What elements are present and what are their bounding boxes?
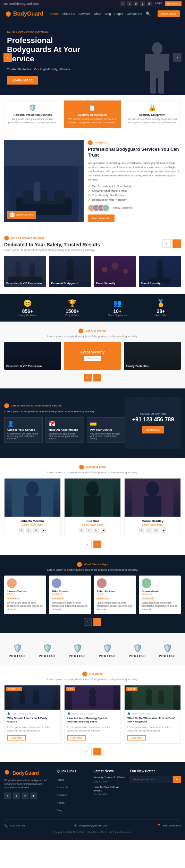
google-plus-icon[interactable]: g	[140, 1, 145, 6]
elite-nav-arrows: ‹ ›	[162, 239, 181, 248]
service-card-desc-1: We provide close protection, executive p…	[7, 117, 58, 124]
team-card-2: Luis Dias Lorem Ipsum Dolor f t in ▶	[64, 478, 121, 536]
elite-prev-arrow[interactable]: ‹	[162, 239, 171, 248]
top-email: support@bodyguard.com	[3, 2, 39, 6]
footer-link-home[interactable]: Home	[57, 778, 64, 781]
team-fb-2[interactable]: f	[79, 528, 84, 533]
blog-author-2: Admin	[72, 712, 78, 715]
footer-yt-icon[interactable]: ▶	[30, 792, 37, 799]
service-item-4[interactable]: Travel Security	[139, 256, 181, 287]
footer-link-about[interactable]: About Us	[57, 786, 68, 789]
svg-point-16	[30, 263, 35, 270]
service-item-2[interactable]: Personal Bodyguard	[49, 256, 91, 287]
instagram-icon[interactable]: in	[134, 1, 138, 6]
test-name-3: Peter Jackson	[97, 590, 133, 593]
about-icon-dot	[88, 140, 93, 145]
hero-prev-button[interactable]: ‹	[3, 53, 12, 62]
team-social-3: f t in ▶	[127, 528, 178, 533]
test-name-1: James Charles	[7, 590, 43, 593]
team-tw-1[interactable]: t	[26, 528, 32, 533]
project-item-1[interactable]: Executive & VIP Protection	[4, 342, 61, 370]
nav-services[interactable]: Services	[78, 12, 91, 16]
nav-pages[interactable]: Pages	[115, 12, 124, 16]
about-more-button[interactable]: More About Us	[88, 214, 115, 222]
blog-card-3: GUIDE 👤 Admin Jul 4, 2024 What To Do Whe…	[124, 685, 181, 744]
top-login[interactable]: Login	[155, 1, 162, 6]
service-item-3[interactable]: Event Security	[94, 256, 136, 287]
about-content: About Us Professional Bodyguard Services…	[88, 140, 181, 222]
service-card-title-1: Personal Protection Services	[7, 113, 58, 116]
team-fb-1[interactable]: f	[19, 528, 24, 533]
blog-prev[interactable]: ‹	[84, 748, 92, 755]
footer-email-text: bodyguard@yourmail.com	[79, 824, 107, 827]
top-register[interactable]: TRAINING	[165, 1, 182, 6]
nav-contact[interactable]: Contact Us	[127, 12, 142, 16]
hero-title: Professional Bodyguards At Your Service	[7, 36, 97, 63]
nav-shop[interactable]: Shop	[94, 12, 101, 16]
stat-happy-number: 856+	[18, 308, 37, 314]
project-item-cta[interactable]: Event Security View More	[64, 342, 121, 370]
team-yt-3[interactable]: ▶	[161, 528, 166, 533]
svg-rect-32	[24, 496, 41, 517]
team-yt-1[interactable]: ▶	[41, 528, 46, 533]
team-fb-3[interactable]: f	[139, 528, 144, 533]
svg-rect-28	[157, 266, 163, 279]
testimonials-prev[interactable]: ‹	[84, 618, 92, 626]
project-item-3[interactable]: Family Protection	[124, 342, 181, 370]
blog-next[interactable]: ›	[93, 748, 101, 755]
youtube-icon[interactable]: ▶	[147, 1, 152, 6]
footer-news-title-2: How To Stay Safe At Events	[93, 786, 125, 793]
team-label-row: Our Best Team	[4, 465, 181, 470]
team-yt-2[interactable]: ▶	[101, 528, 106, 533]
facebook-icon[interactable]: f	[120, 1, 125, 6]
footer-link-pages[interactable]: Pages	[57, 801, 65, 804]
team-tw-3[interactable]: t	[146, 528, 152, 533]
read-more-3[interactable]: Read More	[127, 735, 146, 740]
newsletter-submit[interactable]: ➤	[173, 776, 181, 783]
hero-next-button[interactable]: ›	[173, 53, 182, 62]
service-item-1[interactable]: Executive & VIP Protection	[4, 256, 46, 287]
search-icon[interactable]: 🔍	[146, 11, 151, 16]
team-page-prev[interactable]: ‹	[84, 541, 92, 548]
contact-button[interactable]: Contact US	[142, 426, 165, 433]
team-page-next[interactable]: ›	[93, 541, 101, 548]
twitter-icon[interactable]: x	[127, 1, 132, 6]
footer-tw-icon[interactable]: t	[13, 792, 20, 799]
test-avatar-1	[7, 578, 17, 588]
nav-home[interactable]: Home	[50, 12, 59, 16]
nav-about[interactable]: About Us	[62, 12, 75, 16]
newsletter-input[interactable]	[130, 776, 173, 783]
watch-intro-button[interactable]: Watch Our Intro	[7, 211, 36, 219]
team-in-3[interactable]: in	[153, 528, 159, 533]
nav-blog[interactable]: Blog	[105, 12, 111, 16]
footer-news-date-1: May 25, 2024	[93, 780, 125, 783]
read-more-1[interactable]: Read More	[7, 735, 26, 740]
footer-link-blog[interactable]: Blog	[57, 809, 62, 812]
elite-services-header-left: Elite Bodyguard Services Dedicated to Yo…	[4, 236, 100, 252]
footer-link-services[interactable]: Services	[57, 794, 67, 797]
footer-in-icon[interactable]: in	[22, 792, 28, 799]
team-info-2: Luis Dias Lorem Ipsum Dolor f t in ▶	[65, 517, 120, 536]
elite-next-arrow[interactable]: ›	[173, 239, 181, 248]
service-title-2: Personal Bodyguard	[51, 282, 78, 285]
read-more-2[interactable]: Read More	[67, 735, 86, 740]
test-avatar-3	[97, 578, 107, 588]
elite-title: Dedicated to Your Safety, Trusted Result…	[4, 242, 100, 247]
svg-point-31	[26, 481, 39, 497]
about-section: Watch Our Intro About Us Professional Bo…	[0, 133, 185, 229]
blog-title-1: Why Should I Invest In A Body Guard?	[7, 717, 58, 724]
projects-page-prev[interactable]: ‹	[84, 374, 92, 382]
quote-button[interactable]: Get A Quote	[158, 10, 180, 17]
footer-fb-icon[interactable]: f	[4, 792, 11, 799]
team-info-1: Alberto Moreno Lorem Ipsum Dolor f t in …	[5, 517, 60, 536]
projects-page-next[interactable]: ›	[93, 374, 101, 382]
svg-rect-3	[163, 54, 169, 71]
test-text-3: Lorem ipsum dolor sit amet consectetur a…	[97, 601, 133, 611]
team-tw-2[interactable]: t	[86, 528, 92, 533]
team-in-1[interactable]: in	[33, 528, 39, 533]
project-view-button[interactable]: View More	[84, 356, 101, 361]
testimonials-next[interactable]: ›	[93, 618, 101, 626]
service-card-personal: 🛡️ Personal Protection Services We provi…	[4, 100, 61, 128]
hero-cta-button[interactable]: LEARN MORE	[7, 76, 38, 85]
team-in-2[interactable]: in	[93, 528, 99, 533]
